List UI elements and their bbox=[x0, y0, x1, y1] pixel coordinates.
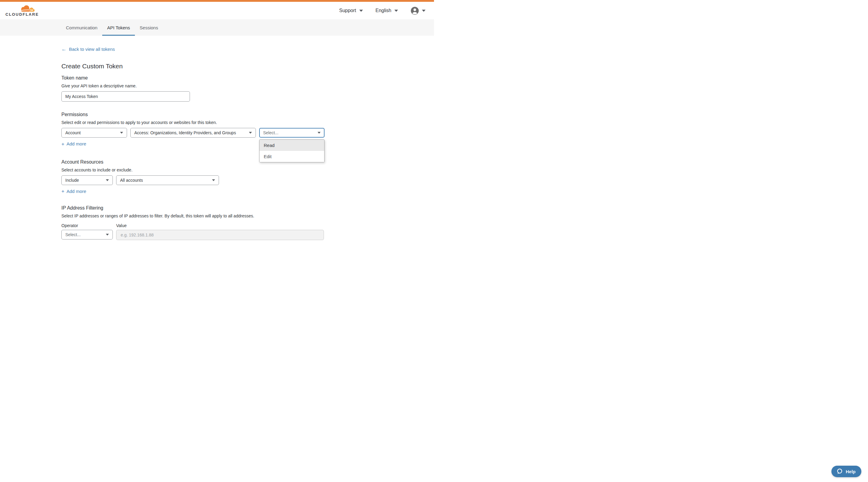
ip-filtering-description: Select IP addresses or ranges of IP addr… bbox=[61, 214, 434, 219]
permission-group-select[interactable]: Access: Organizations, Identity Provider… bbox=[130, 128, 256, 137]
token-name-description: Give your API token a descriptive name. bbox=[61, 84, 434, 89]
add-more-label: Add more bbox=[66, 189, 86, 194]
token-name-section: Token name Give your API token a descrip… bbox=[61, 75, 434, 102]
header: CLOUDFLARE Support English bbox=[0, 2, 434, 19]
permission-level-menu: Read Edit bbox=[259, 139, 324, 162]
plus-icon: + bbox=[61, 189, 64, 194]
resource-operator-select[interactable]: Include bbox=[61, 175, 113, 185]
token-name-heading: Token name bbox=[61, 75, 434, 81]
resource-value-wrap: All accounts bbox=[116, 175, 219, 185]
header-nav: Support English bbox=[339, 7, 426, 15]
language-menu-label: English bbox=[376, 8, 391, 13]
brand-wordmark: CLOUDFLARE bbox=[5, 12, 36, 17]
main-content: ← Back to view all tokens Create Custom … bbox=[0, 36, 434, 240]
resource-operator-value: Include bbox=[65, 178, 79, 183]
support-menu-label: Support bbox=[339, 8, 356, 13]
support-menu[interactable]: Support bbox=[339, 8, 363, 13]
page-title: Create Custom Token bbox=[61, 62, 434, 70]
permissions-section: Permissions Select edit or read permissi… bbox=[61, 111, 434, 147]
ip-filtering-heading: IP Address Filtering bbox=[61, 205, 434, 211]
ip-labels-row: Operator Value bbox=[61, 223, 434, 228]
chevron-down-icon bbox=[394, 10, 398, 12]
chevron-down-icon bbox=[120, 132, 123, 134]
ip-operator-placeholder: Select... bbox=[65, 232, 81, 237]
permissions-row: Account Access: Organizations, Identity … bbox=[61, 128, 434, 137]
permission-group-value: Access: Organizations, Identity Provider… bbox=[134, 130, 236, 135]
account-resources-heading: Account Resources bbox=[61, 159, 434, 165]
permission-level-placeholder: Select... bbox=[263, 130, 279, 135]
permission-level-wrap: Select... Read Edit bbox=[259, 128, 324, 137]
chevron-down-icon bbox=[422, 10, 426, 12]
menu-option-read[interactable]: Read bbox=[259, 140, 324, 151]
permissions-description: Select edit or read permissions to apply… bbox=[61, 120, 434, 125]
cloudflare-cloud-icon bbox=[19, 4, 35, 12]
permission-scope-value: Account bbox=[65, 130, 81, 135]
language-menu[interactable]: English bbox=[376, 8, 398, 13]
menu-option-edit[interactable]: Edit bbox=[259, 151, 324, 162]
add-more-label: Add more bbox=[66, 141, 86, 147]
chevron-down-icon bbox=[212, 179, 215, 181]
resource-operator-wrap: Include bbox=[61, 175, 113, 185]
account-resources-section: Account Resources Select accounts to inc… bbox=[61, 159, 434, 194]
resource-value-select[interactable]: All accounts bbox=[116, 175, 219, 185]
chevron-down-icon bbox=[359, 10, 363, 12]
tabbar: Communication API Tokens Sessions bbox=[0, 19, 434, 36]
ip-value-input bbox=[116, 230, 324, 240]
permission-group-wrap: Access: Organizations, Identity Provider… bbox=[130, 128, 256, 137]
permission-scope-select[interactable]: Account bbox=[61, 128, 127, 137]
permissions-add-more-link[interactable]: + Add more bbox=[61, 141, 86, 147]
back-arrow-icon: ← bbox=[61, 47, 66, 52]
ip-filtering-section: IP Address Filtering Select IP addresses… bbox=[61, 205, 434, 240]
account-menu[interactable] bbox=[411, 7, 426, 15]
back-link-label: Back to view all tokens bbox=[69, 46, 115, 52]
account-resources-description: Select accounts to include or exclude. bbox=[61, 167, 434, 173]
avatar-icon bbox=[411, 7, 419, 15]
permissions-heading: Permissions bbox=[61, 111, 434, 118]
tab-communication[interactable]: Communication bbox=[61, 19, 102, 36]
ip-controls-row: Select... bbox=[61, 230, 434, 240]
operator-label: Operator bbox=[61, 223, 116, 228]
back-to-tokens-link[interactable]: ← Back to view all tokens bbox=[61, 46, 115, 52]
cloudflare-logo[interactable]: CLOUDFLARE bbox=[5, 4, 36, 17]
permission-level-select[interactable]: Select... bbox=[259, 128, 324, 137]
token-name-input[interactable] bbox=[61, 91, 190, 102]
value-label: Value bbox=[116, 223, 127, 228]
permission-scope-wrap: Account bbox=[61, 128, 127, 137]
chevron-down-icon bbox=[317, 132, 320, 134]
account-resources-row: Include All accounts bbox=[61, 175, 434, 185]
chevron-down-icon bbox=[106, 179, 109, 181]
chevron-down-icon bbox=[249, 132, 252, 134]
plus-icon: + bbox=[61, 142, 64, 147]
ip-operator-wrap: Select... bbox=[61, 230, 113, 240]
resources-add-more-link[interactable]: + Add more bbox=[61, 189, 86, 194]
resource-value: All accounts bbox=[120, 178, 143, 183]
tab-sessions[interactable]: Sessions bbox=[135, 19, 163, 36]
chevron-down-icon bbox=[106, 234, 109, 235]
tab-api-tokens[interactable]: API Tokens bbox=[102, 19, 135, 36]
ip-operator-select[interactable]: Select... bbox=[61, 230, 113, 239]
